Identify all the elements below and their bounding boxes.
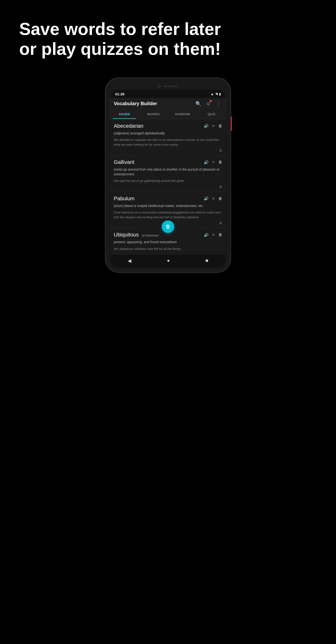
speak-button-abecedarian[interactable]: 🔊: [204, 124, 209, 128]
phone-mockup: 01:28 ▲ ◥ ▮ Vocabulary Builder 🔍 ☺: [106, 78, 230, 272]
warning-icon-gallivant: ⚠: [219, 185, 222, 188]
search-icon: 🔍: [195, 101, 201, 106]
speak-button-pabulum[interactable]: 🔊: [204, 196, 209, 201]
word-actions-ubiquitous: 🔊 < 🗑: [204, 233, 222, 237]
word-header-abecedarian: Abecedarian 🔊 < 🗑: [114, 123, 222, 129]
notification-dot: [210, 100, 212, 102]
status-bar: 01:28 ▲ ◥ ▮: [110, 90, 226, 98]
hero-section: Save words to refer later or play quizze…: [0, 0, 336, 73]
app-bar: Vocabulary Builder 🔍 ☺ ⋮: [110, 98, 226, 110]
search-button[interactable]: 🔍: [194, 101, 202, 106]
word-card-gallivant: Gallivant 🔊 < 🗑 (verb) go around from on…: [110, 155, 226, 192]
fab-delete-icon: 🗑: [165, 224, 171, 230]
wifi-icon: ▲: [211, 92, 214, 96]
phone-camera: [158, 85, 161, 88]
speak-button-gallivant[interactable]: 🔊: [204, 160, 209, 164]
hero-line2: or play quizzes on them!: [19, 39, 317, 59]
word-example-ubiquitous: His ubiquitous influence was felt by all…: [114, 246, 222, 251]
signal-icon: ◥: [215, 92, 218, 96]
phone-speaker: [164, 86, 178, 87]
status-icons: ▲ ◥ ▮: [211, 92, 221, 96]
word-actions-abecedarian: 🔊 < 🗑: [204, 124, 222, 128]
more-icon: ⋮: [216, 101, 221, 106]
word-header-pabulum: Pabulum 🔊 < 🗑: [114, 196, 222, 202]
word-definition-ubiquitous: present, appearing, and found everywhere: [114, 240, 222, 244]
tab-words[interactable]: WORDS: [139, 110, 168, 119]
speak-button-ubiquitous[interactable]: 🔊: [204, 233, 209, 237]
word-pronunciation-ubiquitous: /juˈbɪkwɪtəs/: [142, 234, 159, 237]
bottom-nav: ◀ ● ■: [110, 254, 226, 268]
phone-side-button: [231, 116, 232, 131]
battery-icon: ▮: [219, 92, 221, 96]
word-warning-abecedarian: ⚠: [114, 148, 222, 152]
delete-button-pabulum[interactable]: 🗑: [218, 196, 222, 201]
word-name-abecedarian: Abecedarian: [114, 123, 204, 129]
tab-random[interactable]: RANDOM: [168, 110, 197, 119]
tab-saved[interactable]: SAVED: [110, 110, 139, 119]
word-warning-gallivant: ⚠: [114, 185, 222, 188]
delete-button-abecedarian[interactable]: 🗑: [218, 124, 222, 128]
word-actions-gallivant: 🔊 < 🗑: [204, 160, 222, 164]
back-button[interactable]: ◀: [128, 258, 131, 264]
hero-line1: Save words to refer later: [19, 19, 317, 39]
tab-bar: SAVED WORDS RANDOM QUIZ: [110, 110, 226, 119]
more-options-button[interactable]: ⋮: [215, 101, 222, 106]
share-button-gallivant[interactable]: <: [212, 160, 215, 164]
word-example-abecedarian: We decided to organize the files in an a…: [114, 138, 222, 147]
word-definition-abecedarian: (adjective) arranged alphabetically: [114, 131, 222, 136]
word-card-abecedarian: Abecedarian 🔊 < 🗑 (adjective) arranged a…: [110, 119, 226, 156]
word-example-gallivant: She quit her job to go gallivanting arou…: [114, 178, 222, 183]
word-name-gallivant: Gallivant: [114, 159, 204, 165]
share-button-abecedarian[interactable]: <: [212, 124, 215, 128]
phone-top-bar: [110, 82, 226, 90]
delete-button-ubiquitous[interactable]: 🗑: [218, 233, 222, 237]
home-button[interactable]: ●: [167, 258, 170, 263]
recent-button[interactable]: ■: [206, 258, 208, 263]
warning-icon-abecedarian: ⚠: [219, 148, 222, 152]
share-button-pabulum[interactable]: <: [212, 196, 215, 201]
status-time: 01:28: [115, 92, 124, 96]
word-definition-gallivant: (verb) go around from one place to anoth…: [114, 167, 222, 176]
word-list: A G P U Abecedarian 🔊 < 🗑 (a: [110, 119, 226, 254]
warning-icon-pabulum: ⚠: [219, 221, 222, 225]
emoji-button[interactable]: ☺: [205, 101, 212, 106]
phone-screen: 01:28 ▲ ◥ ▮ Vocabulary Builder 🔍 ☺: [110, 90, 226, 268]
word-name-pabulum: Pabulum: [114, 196, 204, 202]
word-name-ubiquitous: Ubiquitous /juˈbɪkwɪtəs/: [114, 232, 204, 238]
delete-button-gallivant[interactable]: 🗑: [218, 160, 222, 164]
fab-delete-button[interactable]: 🗑: [162, 220, 174, 233]
word-actions-pabulum: 🔊 < 🗑: [204, 196, 222, 201]
share-button-ubiquitous[interactable]: <: [212, 233, 215, 237]
word-example-pabulum: If we intend to run a successful marketi…: [114, 210, 222, 220]
word-definition-pabulum: (noun) bland or insipid intellectual mat…: [114, 204, 222, 208]
phone-shell: 01:28 ▲ ◥ ▮ Vocabulary Builder 🔍 ☺: [106, 78, 230, 272]
word-header-gallivant: Gallivant 🔊 < 🗑: [114, 159, 222, 165]
tab-quiz[interactable]: QUIZ: [197, 110, 226, 119]
app-title: Vocabulary Builder: [114, 101, 192, 106]
